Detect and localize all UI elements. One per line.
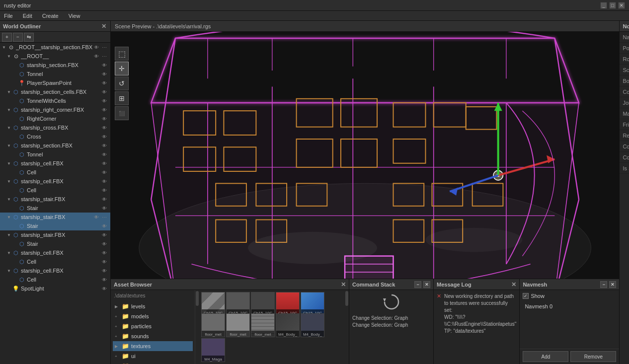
options-icon[interactable]: ⋯ bbox=[100, 213, 108, 221]
maximize-button[interactable]: □ bbox=[609, 2, 616, 9]
visibility-icon[interactable]: 👁 bbox=[100, 133, 108, 141]
outliner-link-btn[interactable]: ⇆ bbox=[24, 33, 34, 42]
tree-item[interactable]: ▶ ⬡ Cell 👁 bbox=[0, 275, 110, 284]
visibility-icon[interactable]: 👁 bbox=[100, 106, 108, 114]
visibility-icon[interactable]: 👁 bbox=[100, 258, 108, 266]
tree-item[interactable]: ▶ ⬡ starship_section.FBX 👁 bbox=[0, 61, 110, 70]
message-log-close-btn[interactable]: ✕ bbox=[511, 281, 516, 288]
visibility-icon[interactable]: 👁 bbox=[100, 204, 108, 212]
asset-thumb[interactable]: Ch15_10C bbox=[226, 292, 250, 313]
tree-item[interactable]: ▼ ⬡ starship_section.FBX 👁 bbox=[0, 141, 110, 150]
window-controls[interactable]: _ □ ✕ bbox=[600, 2, 625, 9]
scrollbar-thumb[interactable] bbox=[196, 291, 199, 306]
visibility-icon[interactable]: 👁 bbox=[100, 150, 108, 158]
tree-item-selected-child[interactable]: ▶ ⬡ Stair 👁 bbox=[0, 221, 110, 230]
tree-item[interactable]: ▼ ⬡ starship_cell.FBX 👁 bbox=[0, 177, 110, 186]
menu-edit[interactable]: Edit bbox=[21, 12, 34, 20]
visibility-icon[interactable]: 👁 bbox=[100, 115, 108, 123]
visibility-icon[interactable]: 👁 bbox=[100, 177, 108, 185]
visibility-icon[interactable]: 👁 bbox=[100, 97, 108, 105]
tree-item[interactable]: ▼ ⬡ starship_section_cells.FBX 👁 bbox=[0, 87, 110, 96]
tree-item[interactable]: ▶ ⬡ RightCorner 👁 bbox=[0, 114, 110, 123]
minimize-button[interactable]: _ bbox=[600, 2, 607, 9]
visibility-icon[interactable]: 👁 bbox=[92, 213, 100, 221]
folder-textures[interactable]: ▶ 📁 textures bbox=[113, 341, 193, 351]
world-outliner-close[interactable]: ✕ bbox=[100, 23, 107, 30]
tree-item[interactable]: ▼ ⊙ _ROOT__starship_section.FBX 👁 ⋯ bbox=[0, 43, 110, 52]
asset-thumb-2[interactable]: M4_Body_ bbox=[276, 313, 300, 337]
folder-models[interactable]: + 📁 models bbox=[113, 311, 193, 321]
tree-item[interactable]: ▼ ⬡ starship_cell.FBX 👁 bbox=[0, 159, 110, 168]
asset-thumb[interactable]: Ch15_10C bbox=[276, 292, 300, 313]
asset-thumb-2[interactable]: floor_met bbox=[201, 313, 225, 337]
visibility-icon[interactable]: 👁 bbox=[92, 52, 100, 60]
tree-expand-icon[interactable]: ▼ bbox=[6, 159, 12, 168]
tree-item[interactable]: ▶ ⬡ TonnelWithCells 👁 bbox=[0, 96, 110, 105]
tree-item[interactable]: ▶ ⬡ Stair 👁 bbox=[0, 204, 110, 213]
tree-expand-icon[interactable]: ▼ bbox=[6, 105, 12, 114]
folder-levels[interactable]: ▶ 📁 levels bbox=[113, 301, 193, 311]
folder-sounds[interactable]: + 📁 sounds bbox=[113, 331, 193, 341]
asset-thumb-2[interactable]: floor_met bbox=[251, 313, 275, 337]
visibility-icon[interactable]: 👁 bbox=[100, 240, 108, 248]
tree-item[interactable]: ▶ ⬡ Cell 👁 bbox=[0, 186, 110, 195]
asset-thumb-2[interactable]: M4_Body_ bbox=[301, 313, 324, 337]
menu-view[interactable]: View bbox=[67, 12, 82, 20]
folder-particles[interactable]: + 📁 particles bbox=[113, 321, 193, 331]
asset-thumb-2[interactable]: M4_Maga bbox=[201, 338, 225, 362]
asset-grid-scrollbar[interactable] bbox=[345, 290, 349, 364]
visibility-icon[interactable]: 👁 bbox=[100, 88, 108, 96]
tree-item[interactable]: ▼ ⬡ starship_right_corner.FBX 👁 bbox=[0, 105, 110, 114]
menu-create[interactable]: Create bbox=[40, 12, 61, 20]
navmesh-minimize-btn[interactable]: − bbox=[600, 281, 607, 288]
tree-item[interactable]: ▼ ⬡ starship_stair.FBX 👁 bbox=[0, 230, 110, 239]
visibility-icon[interactable]: 👁 bbox=[100, 61, 108, 69]
tree-item[interactable]: ▼ ⬡ starship_cell.FBX 👁 bbox=[0, 248, 110, 257]
asset-thumb[interactable]: Ch15_10C bbox=[301, 292, 324, 313]
visibility-icon[interactable]: 👁 bbox=[100, 285, 108, 292]
visibility-icon[interactable]: 👁 bbox=[100, 124, 108, 132]
outliner-del-btn[interactable]: − bbox=[13, 33, 23, 42]
options-icon[interactable]: ⋯ bbox=[100, 43, 108, 51]
tree-expand-icon[interactable]: ▼ bbox=[6, 177, 12, 186]
tree-expand-icon[interactable]: ▼ bbox=[6, 213, 12, 221]
tree-expand-icon[interactable]: ▼ bbox=[6, 123, 12, 132]
tree-expand-icon[interactable]: ▼ bbox=[6, 266, 12, 275]
visibility-icon[interactable]: 👁 bbox=[100, 168, 108, 176]
select-tool-btn[interactable]: ⬚ bbox=[115, 47, 129, 61]
outliner-add-btn[interactable]: + bbox=[2, 33, 12, 42]
visibility-icon[interactable]: 👁 bbox=[100, 142, 108, 149]
close-button[interactable]: ✕ bbox=[618, 2, 625, 9]
navmesh-show-checkbox[interactable]: ✓ bbox=[523, 293, 529, 299]
scrollbar-thumb[interactable] bbox=[345, 291, 348, 306]
tree-item[interactable]: ▼ ⬡ starship_cross.FBX 👁 bbox=[0, 123, 110, 132]
visibility-icon[interactable]: 👁 bbox=[100, 79, 108, 87]
visibility-icon[interactable]: 👁 bbox=[100, 222, 108, 230]
visibility-icon[interactable]: 👁 bbox=[100, 159, 108, 167]
tree-item[interactable]: ▶ 📍 PlayerSpawnPoint 👁 bbox=[0, 78, 110, 87]
tree-expand-icon[interactable]: ▼ bbox=[6, 52, 12, 61]
tree-expand-icon[interactable]: ▼ bbox=[6, 141, 12, 150]
navmesh-entry[interactable]: Navmesh 0 bbox=[523, 302, 616, 311]
asset-browser-close-btn[interactable]: ✕ bbox=[341, 281, 346, 288]
tree-item[interactable]: ▶ ⬡ Cross 👁 bbox=[0, 132, 110, 141]
navmesh-close-btn[interactable]: ✕ bbox=[609, 281, 616, 288]
visibility-icon[interactable]: 👁 bbox=[92, 43, 100, 51]
asset-tree-scrollbar[interactable] bbox=[195, 290, 199, 364]
tree-item-selected[interactable]: ▼ ⬡ starship_stair.FBX 👁 ⋯ bbox=[0, 213, 110, 221]
move-tool-btn[interactable]: ✛ bbox=[115, 62, 129, 75]
folder-ui[interactable]: + 📁 ui bbox=[113, 351, 193, 361]
tree-expand-icon[interactable]: ▼ bbox=[6, 195, 12, 204]
scale-tool-btn[interactable]: ⊞ bbox=[115, 91, 129, 105]
tree-item[interactable]: ▶ 💡 SpotLight 👁 bbox=[0, 284, 110, 293]
asset-thumb-2[interactable]: floor_met bbox=[226, 313, 250, 337]
tree-item[interactable]: ▶ ⬡ Cell 👁 bbox=[0, 257, 110, 266]
menu-file[interactable]: File bbox=[2, 12, 15, 20]
tree-item[interactable]: ▼ ⬡ starship_stair.FBX 👁 bbox=[0, 195, 110, 204]
tree-item[interactable]: ▶ ⬡ Cell 👁 bbox=[0, 168, 110, 177]
tree-item[interactable]: ▶ ⬡ Tonnel 👁 bbox=[0, 150, 110, 159]
tree-expand-icon[interactable]: ▼ bbox=[6, 87, 12, 96]
asset-thumb[interactable]: Ch15_10C bbox=[251, 292, 275, 313]
tree-expand-icon[interactable]: ▼ bbox=[6, 248, 12, 257]
scene-viewport[interactable]: ⬚ ✛ ↺ ⊞ ⬛ bbox=[111, 32, 619, 279]
